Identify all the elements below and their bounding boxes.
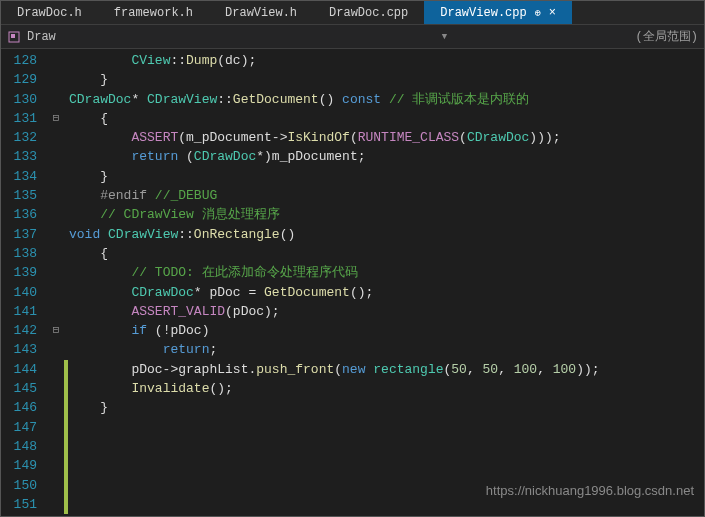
change-marker xyxy=(64,360,68,379)
line-number: 143 xyxy=(1,340,49,359)
line-number: 133 xyxy=(1,147,49,166)
tab-drawview-cpp[interactable]: DrawView.cpp ⊕ × xyxy=(424,1,572,24)
change-marker xyxy=(64,437,68,456)
code-line[interactable]: return; xyxy=(69,340,704,359)
code-line[interactable]: CView::Dump(dc); xyxy=(69,51,704,70)
code-line[interactable]: void CDrawView::OnRectangle() xyxy=(69,225,704,244)
change-marker xyxy=(64,476,68,495)
line-number: 142 xyxy=(1,321,49,340)
line-number: 131 xyxy=(1,109,49,128)
chevron-down-icon[interactable]: ▼ xyxy=(442,32,447,42)
svg-rect-1 xyxy=(11,34,15,38)
line-number: 146 xyxy=(1,398,49,417)
context-icon xyxy=(7,30,21,44)
code-line[interactable]: { xyxy=(69,244,704,263)
line-number: 151 xyxy=(1,495,49,514)
line-number: 129 xyxy=(1,70,49,89)
line-number: 150 xyxy=(1,476,49,495)
line-number: 145 xyxy=(1,379,49,398)
tab-drawview-h[interactable]: DrawView.h xyxy=(209,1,313,24)
code-line[interactable]: } xyxy=(69,70,704,89)
line-number: 128 xyxy=(1,51,49,70)
fold-toggle-icon[interactable]: ⊟ xyxy=(49,321,63,340)
code-line[interactable]: #endif //_DEBUG xyxy=(69,186,704,205)
change-marker xyxy=(64,379,68,398)
code-line[interactable]: pDoc->graphList.push_front(new rectangle… xyxy=(69,360,704,379)
code-line[interactable]: Invalidate(); xyxy=(69,379,704,398)
change-marker xyxy=(64,418,68,437)
line-number: 134 xyxy=(1,167,49,186)
line-number: 137 xyxy=(1,225,49,244)
code-line[interactable]: // TODO: 在此添加命令处理程序代码 xyxy=(69,263,704,282)
code-line[interactable]: ASSERT_VALID(pDoc); xyxy=(69,302,704,321)
line-number: 149 xyxy=(1,456,49,475)
line-number: 139 xyxy=(1,263,49,282)
scope-dropdown[interactable]: (全局范围) xyxy=(636,28,698,45)
change-marker xyxy=(64,398,68,417)
line-number: 147 xyxy=(1,418,49,437)
change-marker xyxy=(64,456,68,475)
line-number: 130 xyxy=(1,90,49,109)
code-line[interactable]: } xyxy=(69,398,704,417)
line-number: 140 xyxy=(1,283,49,302)
pin-icon[interactable]: ⊕ xyxy=(535,7,541,19)
context-toolbar: Draw ▼ (全局范围) xyxy=(1,25,704,49)
line-number: 148 xyxy=(1,437,49,456)
fold-column: ⊟⊟ xyxy=(49,49,63,516)
editor-area: 1281291301311321331341351361371381391401… xyxy=(1,49,704,516)
change-marker xyxy=(64,495,68,514)
code-line[interactable]: CDrawDoc* pDoc = GetDocument(); xyxy=(69,283,704,302)
close-icon[interactable]: × xyxy=(549,6,556,20)
code-line[interactable]: CDrawDoc* CDrawView::GetDocument() const… xyxy=(69,90,704,109)
line-number: 141 xyxy=(1,302,49,321)
code-line[interactable]: if (!pDoc) xyxy=(69,321,704,340)
code-line[interactable]: { xyxy=(69,109,704,128)
tab-drawdoc-cpp[interactable]: DrawDoc.cpp xyxy=(313,1,424,24)
line-number: 144 xyxy=(1,360,49,379)
line-number: 138 xyxy=(1,244,49,263)
tab-framework-h[interactable]: framework.h xyxy=(98,1,209,24)
context-dropdown[interactable]: Draw xyxy=(27,30,56,44)
code-line[interactable]: return (CDrawDoc*)m_pDocument; xyxy=(69,147,704,166)
code-line[interactable]: // CDrawView 消息处理程序 xyxy=(69,205,704,224)
tab-drawdoc-h[interactable]: DrawDoc.h xyxy=(1,1,98,24)
code-line[interactable]: } xyxy=(69,167,704,186)
fold-toggle-icon[interactable]: ⊟ xyxy=(49,109,63,128)
line-number: 136 xyxy=(1,205,49,224)
editor-tabs: DrawDoc.h framework.h DrawView.h DrawDoc… xyxy=(1,1,704,25)
code-area[interactable]: CView::Dump(dc); }CDrawDoc* CDrawView::G… xyxy=(69,49,704,516)
code-line[interactable]: ASSERT(m_pDocument->IsKindOf(RUNTIME_CLA… xyxy=(69,128,704,147)
line-number: 132 xyxy=(1,128,49,147)
line-number-gutter: 1281291301311321331341351361371381391401… xyxy=(1,49,49,516)
line-number: 135 xyxy=(1,186,49,205)
